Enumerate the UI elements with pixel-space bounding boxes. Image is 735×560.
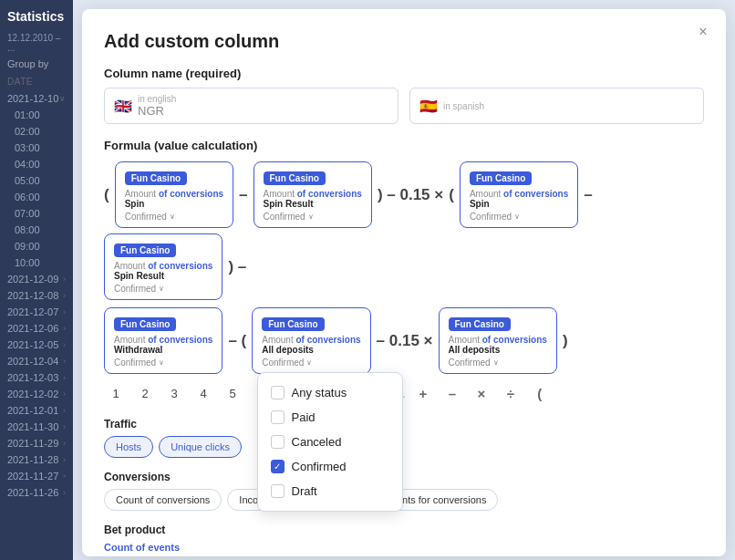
list-item[interactable]: 2021-11-27› (7, 468, 66, 484)
num-2[interactable]: 2 (133, 381, 157, 405)
status-option-paid[interactable]: Paid (258, 405, 402, 430)
formula-card-5[interactable]: Fun Casino Amount of conversions Withdra… (104, 307, 223, 374)
formula-card-1[interactable]: Fun Casino Amount of conversions Spin Co… (115, 161, 233, 228)
formula-label: Formula (value calculation) (104, 139, 704, 152)
english-input-wrap[interactable]: 🇬🇧 in english NGR (104, 88, 399, 124)
num-4[interactable]: 4 (192, 381, 215, 405)
op-paren: – ( (228, 332, 246, 350)
formula-card-4[interactable]: Fun Casino Amount of conversions Spin Re… (104, 233, 223, 300)
list-item[interactable]: 2021-12-10∨ (7, 90, 66, 107)
op-paren-btn[interactable]: ( (528, 381, 552, 405)
list-item[interactable]: 2021-12-03› (7, 369, 66, 386)
num-1[interactable]: 1 (104, 381, 128, 405)
list-item[interactable]: 08:00 (7, 222, 66, 238)
list-item[interactable]: 2021-12-09› (7, 271, 66, 287)
dim-6: All deposits (262, 345, 360, 355)
op-divide[interactable]: ÷ (499, 381, 523, 405)
list-item[interactable]: 01:00 (7, 107, 66, 123)
op-times[interactable]: × (470, 381, 493, 405)
list-item[interactable]: 2021-12-02› (7, 386, 66, 402)
list-item[interactable]: 02:00 (7, 123, 66, 140)
list-item[interactable]: 10:00 (7, 254, 66, 271)
casino-label-7: Fun Casino (449, 317, 511, 331)
paren-close-minus: ) – 0.15 × (378, 186, 443, 204)
tag-unique-clicks[interactable]: Unique clicks (159, 436, 242, 458)
list-item[interactable]: 2021-11-29› (7, 435, 66, 451)
list-item[interactable]: 2021-12-08› (7, 287, 66, 304)
sidebar-section: DATE (7, 77, 66, 87)
sidebar-title: Statistics (7, 9, 66, 24)
checkbox-paid[interactable] (271, 410, 285, 424)
formula-card-2[interactable]: Fun Casino Amount of conversions Spin Re… (254, 161, 372, 228)
list-item[interactable]: 2021-12-01› (7, 402, 66, 419)
chevron-down-icon-7: ∨ (493, 358, 499, 367)
check-icon: ✓ (274, 461, 281, 472)
num-5[interactable]: 5 (221, 381, 244, 405)
status-3[interactable]: Confirmed ∨ (470, 212, 568, 222)
english-value: NGR (138, 104, 164, 118)
metric-1: Amount of conversions (125, 189, 223, 199)
close-button[interactable]: × (693, 22, 713, 42)
list-item[interactable]: 2021-12-06› (7, 320, 66, 337)
num-3[interactable]: 3 (162, 381, 186, 405)
paren-close-final: ) (563, 332, 568, 350)
list-item[interactable]: 09:00 (7, 238, 66, 254)
metric-7: Amount of conversions (449, 335, 547, 345)
number-pad: 1 2 3 4 5 6 7 8 9 0 . . + – × ÷ ( (104, 381, 704, 405)
op-minus[interactable]: – (440, 381, 464, 405)
conversions-section: Conversions Count of conversions Income … (104, 471, 704, 511)
status-label-6: Confirmed (262, 358, 304, 368)
chevron-down-icon: ∨ (170, 213, 175, 221)
list-item[interactable]: 2021-12-07› (7, 304, 66, 320)
status-option-draft[interactable]: Draft (258, 479, 402, 503)
status-option-confirmed[interactable]: ✓ Confirmed (258, 454, 402, 479)
status-1[interactable]: Confirmed ∨ (125, 212, 223, 222)
formula-card-3[interactable]: Fun Casino Amount of conversions Spin Co… (460, 161, 578, 228)
list-item[interactable]: 06:00 (7, 189, 66, 205)
status-6[interactable]: Confirmed ∨ (262, 358, 360, 368)
checkbox-confirmed[interactable]: ✓ (271, 460, 285, 473)
status-5[interactable]: Confirmed ∨ (114, 358, 212, 368)
status-option-label: Draft (292, 484, 317, 498)
list-item[interactable]: 03:00 (7, 140, 66, 156)
dim-7: All deposits (449, 345, 547, 355)
spanish-label: in spanish (443, 101, 484, 111)
modal-title: Add custom column (104, 31, 704, 52)
sidebar-list: 2021-12-10∨ 01:00 02:00 03:00 04:00 05:0… (7, 90, 66, 501)
dim-3: Spin (470, 199, 568, 209)
spanish-field: in spanish (443, 101, 484, 111)
op-plus[interactable]: + (411, 381, 435, 405)
spanish-input-wrap[interactable]: 🇪🇸 in spanish (409, 88, 704, 124)
chevron-down-icon-6: ∨ (306, 358, 312, 367)
formula-card-6[interactable]: Fun Casino Amount of conversions All dep… (252, 307, 370, 374)
tag-hosts[interactable]: Hosts (104, 436, 153, 458)
list-item[interactable]: 2021-12-04› (7, 353, 66, 369)
status-option-label: Any status (292, 386, 347, 399)
list-item[interactable]: 05:00 (7, 172, 66, 189)
casino-label-4: Fun Casino (114, 244, 176, 257)
casino-label-3: Fun Casino (470, 171, 532, 185)
list-item[interactable]: 2021-11-28› (7, 451, 66, 468)
status-2[interactable]: Confirmed ∨ (264, 212, 362, 222)
flag-es: 🇪🇸 (419, 98, 438, 115)
status-7[interactable]: Confirmed ∨ (449, 358, 547, 368)
english-label: in english (138, 94, 176, 104)
checkbox-draft[interactable] (271, 484, 285, 498)
list-item[interactable]: 07:00 (7, 205, 66, 222)
modal-overlay: Add custom column × Column name (require… (73, 0, 735, 560)
sidebar: Statistics 12.12.2010 – ... Group by DAT… (0, 0, 73, 560)
main-content: Add custom column × Column name (require… (73, 0, 735, 560)
list-item[interactable]: 2021-11-30› (7, 419, 66, 435)
status-4[interactable]: Confirmed ∨ (114, 284, 212, 294)
status-option-canceled[interactable]: Canceled (258, 430, 402, 454)
tag-count-conversions[interactable]: Count of conversions (104, 489, 222, 511)
status-option-any[interactable]: Any status (258, 380, 402, 405)
formula-card-7[interactable]: Fun Casino Amount of conversions All dep… (439, 307, 557, 374)
conversions-tags: Count of conversions Income by conversio… (104, 489, 704, 511)
list-item[interactable]: 2021-12-05› (7, 337, 66, 353)
checkbox-any[interactable] (271, 386, 285, 399)
checkbox-canceled[interactable] (271, 435, 285, 449)
status-label-3: Confirmed (470, 212, 512, 222)
list-item[interactable]: 2021-11-26› (7, 484, 66, 501)
list-item[interactable]: 04:00 (7, 156, 66, 172)
